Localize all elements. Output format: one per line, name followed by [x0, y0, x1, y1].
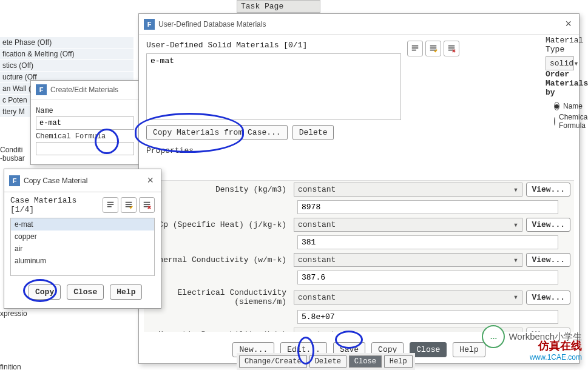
- watermark-footer: 仿真在线 www.1CAE.com: [530, 338, 582, 362]
- task-page-tab[interactable]: Task Page: [237, 0, 320, 13]
- thermcond-method-dropdown[interactable]: constant▼: [294, 253, 522, 267]
- watermark-url: www.1CAE.com: [530, 353, 582, 362]
- chevron-down-icon: ▼: [513, 257, 518, 263]
- property-label-cp: Cp (Specific Heat) (j/kg-k): [147, 220, 290, 229]
- create-edit-materials-dialog: F Create/Edit Materials Name Chemical Fo…: [30, 80, 140, 165]
- cp-value-input[interactable]: [297, 235, 558, 249]
- order-materials-by-group: Order Materials by Name Chemical Formula: [546, 70, 574, 132]
- fluent-icon: F: [9, 175, 20, 186]
- dialog-title: User-Defined Database Materials: [158, 20, 266, 29]
- eleccond-method-dropdown[interactable]: constant▼: [294, 291, 522, 304]
- deselect-all-icon[interactable]: [139, 197, 155, 213]
- list-filter-icon[interactable]: [103, 197, 118, 213]
- chemical-formula-label: Chemical Formula: [36, 132, 134, 141]
- help-button[interactable]: Help: [453, 342, 485, 357]
- dialog-title: Create/Edit Materials: [50, 86, 118, 94]
- deselect-all-icon[interactable]: [444, 41, 459, 56]
- close-icon[interactable]: ×: [144, 174, 156, 187]
- tree-fragment: -busbar: [0, 154, 25, 163]
- radio-label: Chemical Formula: [559, 113, 588, 130]
- chevron-down-icon: ▼: [513, 187, 518, 193]
- close-button[interactable]: Close: [410, 342, 447, 357]
- materials-list-label: User-Defined Solid Materials [0/1]: [146, 41, 401, 50]
- material-type-dropdown[interactable]: solid ▼: [546, 56, 574, 70]
- properties-label: Properties: [146, 146, 572, 155]
- tree-item[interactable]: stics (Off): [0, 60, 133, 71]
- copy-case-material-dialog: F Copy Case Material × Case Materials [1…: [4, 169, 161, 309]
- view-button[interactable]: View...: [526, 291, 570, 304]
- name-label: Name: [36, 107, 134, 115]
- dialog-title: Copy Case Material: [24, 177, 87, 185]
- delete-button[interactable]: Delete: [292, 125, 334, 140]
- dropdown-value: constant: [298, 330, 513, 332]
- order-by-name-radio[interactable]: Name: [554, 102, 574, 110]
- close-icon[interactable]: ×: [563, 18, 574, 30]
- properties-panel: Density (kg/m3) constant▼ View... Cp (Sp…: [144, 180, 574, 332]
- density-method-dropdown[interactable]: constant▼: [294, 183, 522, 197]
- radio-icon: [554, 102, 559, 110]
- dropdown-value: constant: [298, 293, 513, 302]
- view-button[interactable]: View...: [526, 218, 570, 232]
- material-type-label: Material Type: [546, 36, 574, 54]
- change-create-button[interactable]: Change/Create: [239, 355, 307, 368]
- chevron-down-icon: ▼: [513, 294, 518, 300]
- materials-listbox[interactable]: [146, 53, 401, 120]
- watermark-icon: [482, 325, 505, 348]
- property-label-thermcond: Thermal Conductivity (w/m-k): [147, 255, 290, 264]
- list-item[interactable]: aluminum: [11, 255, 154, 267]
- tree-item[interactable]: fication & Melting (Off): [0, 49, 133, 59]
- list-item[interactable]: e-mat: [11, 218, 154, 230]
- thermcond-value-input[interactable]: [297, 271, 558, 284]
- list-empty-space: [11, 267, 154, 275]
- radio-icon: [554, 117, 555, 126]
- property-label-eleccond: Electrical Conductivity (siemens/m): [147, 288, 290, 306]
- order-by-label: Order Materials by: [546, 70, 574, 97]
- chevron-down-icon: ▼: [513, 222, 518, 228]
- list-filter-icon[interactable]: [407, 41, 423, 56]
- list-item[interactable]: air: [11, 243, 154, 255]
- material-type-value: solid: [550, 59, 573, 68]
- density-value-input[interactable]: [297, 200, 558, 214]
- property-label-magperm: Magnetic Permeability (h/m): [147, 330, 290, 332]
- eleccond-value-input[interactable]: [297, 310, 558, 324]
- chemical-formula-input[interactable]: [36, 142, 134, 155]
- close-button[interactable]: Close: [67, 284, 104, 300]
- watermark-brand: 仿真在线: [530, 338, 582, 353]
- radio-label: Name: [563, 102, 583, 110]
- name-input[interactable]: [36, 116, 134, 130]
- dropdown-value: constant: [298, 255, 513, 264]
- copy-button[interactable]: Copy: [29, 284, 61, 300]
- tree-fragment: xpressio: [0, 309, 27, 318]
- help-button[interactable]: Help: [110, 284, 142, 300]
- dropdown-value: constant: [298, 220, 513, 229]
- chevron-down-icon: ▼: [573, 61, 579, 67]
- copy-materials-from-case-button[interactable]: Copy Materials from Case...: [146, 125, 288, 140]
- view-button[interactable]: View...: [526, 183, 570, 197]
- list-item[interactable]: copper: [11, 230, 154, 243]
- dropdown-value: constant: [298, 185, 513, 194]
- delete-button[interactable]: Delete: [309, 355, 346, 368]
- close-button[interactable]: Close: [349, 355, 382, 368]
- user-defined-database-materials-dialog: F User-Defined Database Materials × User…: [138, 13, 580, 364]
- case-materials-label: Case Materials [1/4]: [10, 196, 99, 214]
- cp-method-dropdown[interactable]: constant▼: [294, 218, 522, 232]
- view-button[interactable]: View...: [526, 253, 570, 267]
- fluent-icon: F: [144, 19, 155, 30]
- case-materials-list[interactable]: e-mat copper air aluminum: [10, 218, 155, 276]
- order-by-formula-radio[interactable]: Chemical Formula: [554, 113, 574, 130]
- tree-item[interactable]: ete Phase (Off): [0, 37, 133, 48]
- select-all-icon[interactable]: [425, 41, 441, 56]
- select-all-icon[interactable]: [121, 197, 137, 213]
- tree-fragment: Conditi: [0, 146, 25, 154]
- bottom-toolbar: Change/Create Delete Close Help: [237, 353, 415, 370]
- materials-filter-input[interactable]: [147, 54, 400, 68]
- fluent-icon: F: [36, 84, 47, 95]
- tree-fragment: finition: [0, 363, 21, 370]
- property-label-density: Density (kg/m3): [147, 185, 290, 194]
- help-button[interactable]: Help: [384, 355, 413, 368]
